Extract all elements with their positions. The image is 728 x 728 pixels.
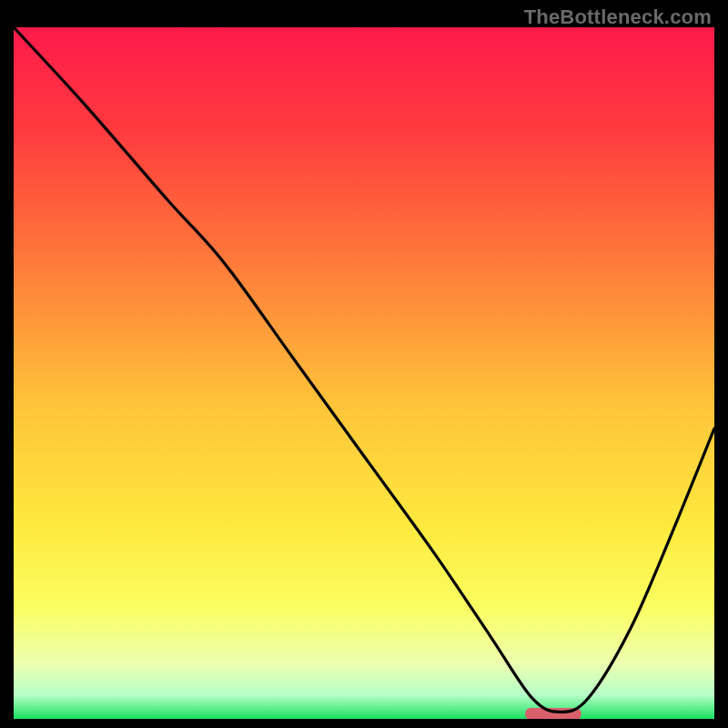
- bottleneck-chart: [14, 27, 714, 719]
- watermark-text: TheBottleneck.com: [524, 5, 712, 29]
- gradient-background: [14, 27, 714, 719]
- chart-frame: [14, 27, 714, 719]
